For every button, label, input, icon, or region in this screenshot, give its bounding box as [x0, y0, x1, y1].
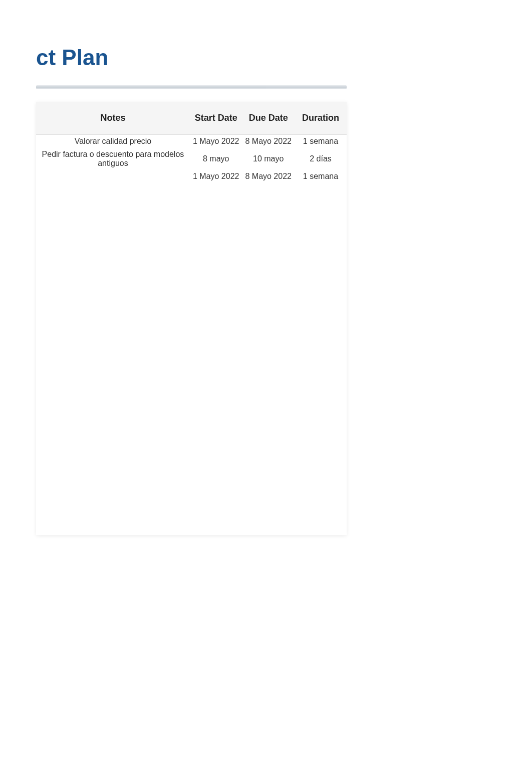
cell-start [190, 509, 242, 522]
cell-duration [295, 196, 347, 209]
cell-due [242, 339, 295, 352]
cell-notes [36, 444, 190, 457]
table-row [36, 470, 347, 483]
cell-duration [295, 326, 347, 339]
cell-start [190, 326, 242, 339]
cell-duration [295, 287, 347, 300]
column-header-duration: Duration [295, 102, 347, 135]
cell-notes: Valorar calidad precio [36, 135, 190, 148]
table-row: Pedir factura o descuento para modelos a… [36, 148, 347, 170]
title-divider [36, 85, 347, 89]
cell-due [242, 196, 295, 209]
cell-due [242, 418, 295, 431]
cell-notes [36, 470, 190, 483]
cell-start [190, 222, 242, 235]
table-row: 1 Mayo 20228 Mayo 20221 semana [36, 170, 347, 183]
cell-duration [295, 248, 347, 261]
table-row [36, 326, 347, 339]
cell-due [242, 261, 295, 274]
cell-duration [295, 222, 347, 235]
table-row [36, 248, 347, 261]
cell-notes [36, 496, 190, 509]
cell-due [242, 287, 295, 300]
cell-duration [295, 470, 347, 483]
cell-notes [36, 248, 190, 261]
plan-table-wrapper: Notes Start Date Due Date Duration Valor… [36, 102, 347, 535]
cell-start [190, 339, 242, 352]
page-container: ct Plan Notes Start Date Due Date Durati… [0, 0, 532, 535]
cell-start [190, 392, 242, 405]
table-row [36, 496, 347, 509]
cell-notes [36, 261, 190, 274]
cell-start [190, 496, 242, 509]
table-row [36, 274, 347, 287]
cell-duration [295, 300, 347, 313]
cell-duration [295, 431, 347, 444]
cell-due [242, 274, 295, 287]
cell-notes [36, 457, 190, 470]
table-row: Valorar calidad precio1 Mayo 20228 Mayo … [36, 135, 347, 148]
table-row [36, 352, 347, 365]
cell-notes [36, 378, 190, 392]
table-row [36, 444, 347, 457]
column-header-notes: Notes [36, 102, 190, 135]
cell-notes [36, 209, 190, 222]
table-row [36, 196, 347, 209]
table-row [36, 483, 347, 496]
cell-duration [295, 339, 347, 352]
cell-start: 1 Mayo 2022 [190, 170, 242, 183]
cell-start [190, 196, 242, 209]
table-row [36, 209, 347, 222]
cell-duration [295, 313, 347, 326]
cell-due [242, 457, 295, 470]
cell-duration [295, 378, 347, 392]
cell-notes [36, 522, 190, 535]
cell-notes [36, 352, 190, 365]
cell-due: 10 mayo [242, 148, 295, 170]
cell-due [242, 378, 295, 392]
cell-due [242, 405, 295, 418]
cell-due [242, 431, 295, 444]
cell-start [190, 274, 242, 287]
page-title: ct Plan [0, 0, 532, 85]
cell-due [242, 365, 295, 378]
cell-start [190, 209, 242, 222]
cell-start [190, 261, 242, 274]
table-row [36, 365, 347, 378]
cell-notes: Pedir factura o descuento para modelos a… [36, 148, 190, 170]
cell-start [190, 522, 242, 535]
table-body: Valorar calidad precio1 Mayo 20228 Mayo … [36, 135, 347, 535]
table-row [36, 313, 347, 326]
cell-start [190, 470, 242, 483]
cell-notes [36, 222, 190, 235]
cell-duration [295, 457, 347, 470]
cell-start [190, 248, 242, 261]
table-row [36, 287, 347, 300]
cell-notes [36, 235, 190, 248]
cell-duration [295, 483, 347, 496]
cell-start [190, 183, 242, 196]
cell-due [242, 300, 295, 313]
cell-duration [295, 392, 347, 405]
table-row [36, 405, 347, 418]
cell-due [242, 392, 295, 405]
cell-duration [295, 496, 347, 509]
cell-duration [295, 418, 347, 431]
cell-due: 8 Mayo 2022 [242, 135, 295, 148]
cell-duration: 1 semana [295, 170, 347, 183]
table-row [36, 261, 347, 274]
cell-start [190, 405, 242, 418]
table-row [36, 522, 347, 535]
cell-start [190, 483, 242, 496]
cell-duration [295, 509, 347, 522]
cell-start [190, 444, 242, 457]
cell-start [190, 313, 242, 326]
cell-due [242, 444, 295, 457]
column-header-due: Due Date [242, 102, 295, 135]
cell-notes [36, 418, 190, 431]
cell-duration [295, 405, 347, 418]
cell-notes [36, 483, 190, 496]
cell-start [190, 457, 242, 470]
table-row [36, 300, 347, 313]
cell-notes [36, 509, 190, 522]
